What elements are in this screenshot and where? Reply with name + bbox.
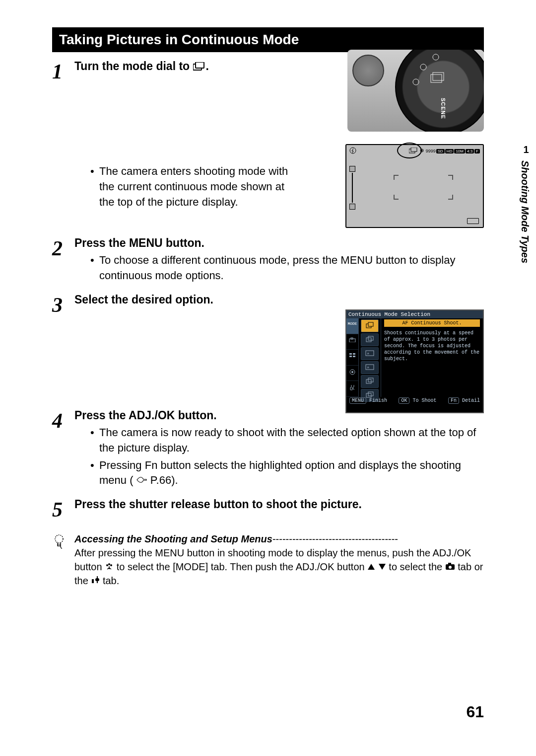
step-4: 4 Press the ADJ./OK button. • The camera… [52,409,484,490]
chapter-title: Shooting Mode Types [519,160,531,263]
footer-to-shoot: To Shoot [413,398,437,403]
menu-tab-custom [346,350,358,366]
step-1-bullet-1-text: The camera enters shooting mode with the… [99,164,289,210]
svg-rect-25 [353,353,355,355]
shot-counter: 9999 [426,149,436,153]
badge-4-3: 4:3 [466,149,474,153]
svg-marker-7 [368,564,375,570]
step-2: 2 Press the MENU button. • To choose a d… [52,236,484,286]
svg-marker-8 [379,564,386,570]
flower-macro-icon [105,561,117,572]
svg-rect-10 [448,563,451,565]
mode-option-list: M M [359,318,381,397]
svg-rect-15 [431,75,442,82]
svg-point-6 [110,564,112,566]
svg-rect-41 [368,392,373,396]
step-number: 4 [52,409,74,490]
tip-text-3: to select the [389,561,445,572]
menu-tab-camera [346,334,358,350]
step-number: 2 [52,236,74,286]
svg-point-14 [413,79,419,85]
svg-rect-32 [366,338,371,342]
lcd-preview-continuous: 9999 SD HD 10M 4:3 F [345,144,484,228]
menu-tab-setup [346,381,358,397]
step-4-bullet-2: • Pressing Fn button selects the highlig… [74,458,484,489]
up-triangle-icon [367,561,378,572]
flash-icon [349,147,356,155]
svg-rect-1 [196,62,204,68]
svg-point-5 [106,564,108,566]
svg-point-29 [351,371,353,373]
svg-rect-16 [433,73,444,80]
badge-hd: HD [445,149,454,153]
mode-option-3: M [361,347,379,360]
menu-left-tabs: MODE [346,318,359,397]
chapter-number: 1 [519,144,533,155]
step-4-bullet-1-text: The camera is now ready to shoot with th… [99,425,484,456]
tip-text-5: tab. [103,575,119,586]
svg-rect-38 [366,379,371,383]
footer-finish: Finish [369,398,387,403]
step-number: 1 [52,60,74,212]
svg-text:M: M [367,366,369,370]
step-2-bullet-1: • To choose a different continuous mode,… [74,253,484,284]
step-5: 5 Press the shutter release button to sh… [52,498,484,520]
step-4-bullet-2-ref: P.66). [150,474,178,486]
lightbulb-icon [52,532,74,588]
side-chapter-tab: 1 Shooting Mode Types [519,144,533,283]
mode-dial: SCENE [395,50,484,132]
down-triangle-icon [378,561,389,572]
badge-sd: SD [436,149,445,153]
shutter-button-illustration [352,55,384,86]
battery-icon [467,218,479,224]
svg-point-12 [433,54,439,60]
svg-rect-39 [368,378,373,382]
svg-rect-24 [349,353,352,355]
svg-point-11 [449,566,452,569]
continuous-mode-icon [193,61,206,74]
footer-fn-label: Fn [448,397,459,404]
svg-point-2 [55,535,63,543]
step-4-bullet-1: • The camera is now ready to shoot with … [74,425,484,456]
step-1-bullet-1: • The camera enters shooting mode with t… [74,164,289,210]
badge-f: F [474,149,480,153]
step-1-title-suffix: . [206,60,209,73]
svg-point-4 [108,563,110,565]
mode-dial-illustration: SCENE [347,50,484,132]
camera-icon [445,561,458,572]
mode-option-af-continuous [361,319,379,332]
badge-10m: 10M [454,149,465,153]
svg-rect-40 [366,393,371,397]
selected-mode-name: AF Continuous Shoot. [384,319,480,327]
svg-rect-26 [349,356,352,357]
svg-rect-27 [353,356,355,357]
footer-ok-label: OK [399,397,409,404]
svg-text:M: M [367,352,369,356]
svg-point-13 [420,64,426,70]
step-2-bullet-1-text: To choose a different continuous mode, p… [99,253,484,284]
tip-title: Accessing the Shooting and Setup Menus [74,533,272,544]
menu-tab-target [346,366,358,381]
tip-block: Accessing the Shooting and Setup Menus--… [52,532,484,588]
step-number: 5 [52,498,74,520]
menu-footer: MENU Finish OK To Shoot Fn Detail [346,397,483,404]
mode-option-2 [361,333,379,346]
menu-header: Continuous Mode Selection [346,310,483,318]
mode-option-4: M [361,361,379,374]
step-3-title: Select the desired option. [74,293,484,306]
step-1-title-prefix: Turn the mode dial to [74,60,193,73]
step-5-title: Press the shutter release button to shoo… [74,498,484,511]
hand-point-icon [136,474,150,486]
mode-dial-marks [396,50,484,132]
mode-option-5 [361,375,379,388]
svg-rect-33 [368,336,373,340]
page-number: 61 [466,703,484,721]
svg-point-17 [350,148,356,153]
svg-rect-31 [368,322,373,326]
step-number: 3 [52,293,74,401]
tip-text-2: to select the [MODE] tab. Then push the … [117,561,367,572]
selected-mode-description: Shoots continuously at a speed of approx… [384,330,480,362]
menu-tab-mode: MODE [346,318,358,334]
ev-indicator [349,165,356,211]
tip-separator-dashes: -------------------------------------- [272,533,398,544]
